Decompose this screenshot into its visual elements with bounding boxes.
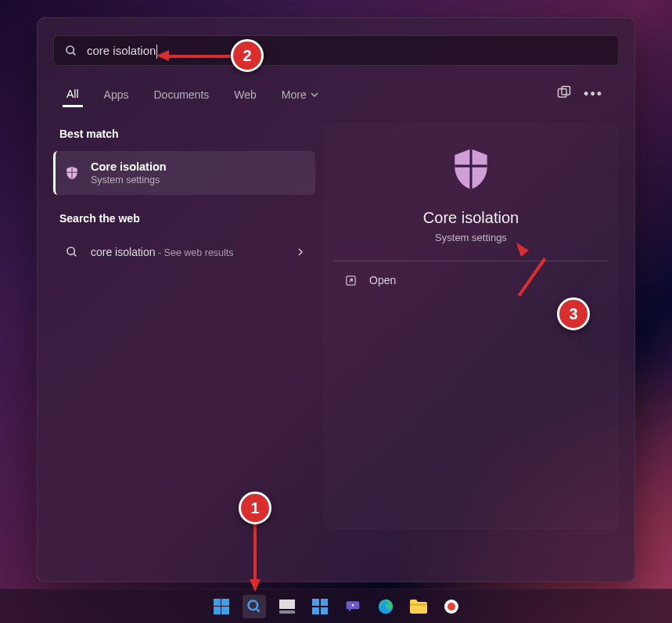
tab-more[interactable]: More [278,82,322,107]
annotation-marker-1: 1 [239,492,271,524]
svg-point-9 [248,600,257,610]
annotation-arrow [168,55,232,58]
windows-logo-icon [214,599,229,614]
best-match-result[interactable]: Core isolation System settings [53,151,315,195]
tab-web[interactable]: Web [230,82,261,107]
more-options-icon[interactable]: ••• [577,83,609,106]
svg-point-4 [67,247,74,254]
task-view-icon [279,600,295,614]
svg-rect-19 [410,603,427,606]
widgets-icon [312,599,328,614]
tab-documents[interactable]: Documents [149,82,213,107]
chevron-down-icon [311,91,318,99]
preview-subtitle: System settings [323,232,619,243]
svg-rect-13 [312,599,319,606]
edge-icon [377,598,394,615]
web-result-suffix: - See web results [156,247,234,258]
search-bar[interactable]: core isolation [53,35,619,66]
open-external-icon [345,275,357,286]
task-view-button[interactable] [275,595,299,618]
search-flyout: core isolation All Apps Documents Web Mo… [37,17,635,582]
search-web-header: Search the web [53,207,315,236]
shield-icon [447,145,495,193]
svg-point-17 [351,604,354,607]
svg-line-5 [74,254,76,256]
search-icon [246,599,262,614]
svg-rect-14 [321,599,328,606]
tabs: All Apps Documents Web More ••• [53,81,619,107]
best-match-header: Best match [53,123,315,151]
chat-button[interactable] [341,595,365,618]
svg-line-1 [73,52,75,55]
svg-rect-12 [279,610,295,614]
annotation-arrow [253,523,257,581]
open-label: Open [369,274,396,286]
search-icon [65,45,77,57]
result-subtitle: System settings [91,175,167,185]
chevron-right-icon [296,248,304,256]
window-snap-icon[interactable] [551,82,577,106]
taskbar [0,589,672,623]
app-icon [444,599,459,614]
annotation-arrowhead [516,243,532,258]
search-icon [64,246,80,258]
search-input-text[interactable]: core isolation [87,44,156,57]
widgets-button[interactable] [308,595,332,618]
file-explorer-button[interactable] [407,595,430,618]
web-result-title: core isolation [91,246,156,258]
open-action[interactable]: Open [323,261,619,299]
shield-icon [64,165,80,181]
annotation-marker-3: 3 [557,297,590,330]
svg-rect-11 [279,600,295,609]
annotation-arrowhead [250,579,261,592]
svg-line-10 [256,608,259,611]
svg-rect-15 [312,607,319,614]
tab-apps[interactable]: Apps [100,82,133,107]
start-button[interactable] [210,595,233,618]
svg-rect-16 [321,607,328,614]
chat-icon [344,599,361,614]
tab-all[interactable]: All [63,81,83,107]
annotation-marker-2: 2 [231,39,264,72]
svg-marker-22 [516,243,529,257]
pinned-app-button[interactable] [440,595,463,618]
edge-button[interactable] [374,595,397,618]
svg-point-21 [447,603,455,610]
svg-point-0 [66,46,74,53]
preview-title: Core isolation [323,209,619,227]
tab-more-label: More [282,88,307,101]
annotation-arrowhead [156,50,169,61]
result-title: Core isolation [91,160,167,173]
web-result[interactable]: core isolation - See web results [53,236,315,268]
folder-icon [410,600,427,614]
search-taskbar-button[interactable] [243,595,266,618]
